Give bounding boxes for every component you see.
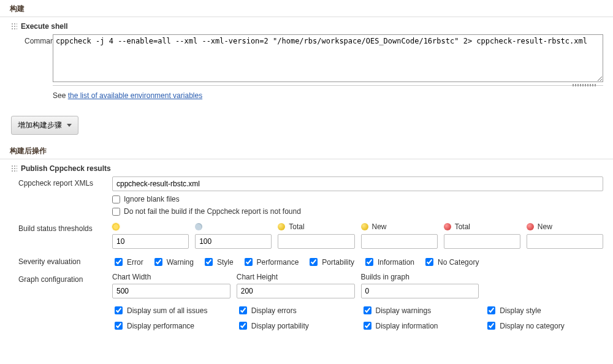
sev-portability-label: Portability <box>322 258 354 267</box>
env-vars-help: See the list of available environment va… <box>53 91 603 100</box>
drag-handle-icon[interactable] <box>11 23 17 30</box>
threshold-total-red-input[interactable] <box>444 234 520 249</box>
sev-nocat-checkbox[interactable] <box>425 258 433 266</box>
sev-error-checkbox[interactable] <box>115 258 123 266</box>
threshold-sunny-input[interactable] <box>112 234 189 249</box>
sev-style-checkbox[interactable] <box>205 258 213 266</box>
threshold-total-yellow-input[interactable] <box>278 234 354 249</box>
sev-portability-checkbox[interactable] <box>310 258 318 266</box>
display-information-label: Display information <box>376 322 438 330</box>
sev-information-checkbox[interactable] <box>365 258 373 266</box>
threshold-cloudy-input[interactable] <box>195 234 272 249</box>
ignore-blank-checkbox[interactable] <box>112 195 120 203</box>
sev-nocat-label: No Category <box>438 258 479 267</box>
red-ball-icon <box>527 223 534 230</box>
display-portability-label: Display portability <box>251 322 309 330</box>
thresholds-label: Build status thresholds <box>11 222 112 233</box>
sunny-icon <box>112 223 120 230</box>
publish-cppcheck-title: Publish Cppcheck results <box>21 164 111 173</box>
sev-performance-label: Performance <box>257 258 299 267</box>
chart-height-input[interactable] <box>237 284 355 298</box>
display-warnings-label: Display warnings <box>376 306 432 315</box>
execute-shell-title: Execute shell <box>21 22 68 31</box>
chevron-down-icon <box>67 124 72 127</box>
chart-height-label: Chart Height <box>237 273 355 281</box>
sev-warning-label: Warning <box>167 258 194 267</box>
sev-information-label: Information <box>378 258 414 267</box>
display-information-checkbox[interactable] <box>364 322 371 330</box>
cloudy-icon <box>195 223 202 230</box>
command-label: Command <box>11 34 53 45</box>
yellow-ball-icon <box>361 223 368 230</box>
xmls-label: Cppcheck report XMLs <box>11 176 112 188</box>
display-sum-checkbox[interactable] <box>115 306 123 314</box>
threshold-new-red-input[interactable] <box>527 234 603 249</box>
add-build-step-button[interactable]: 增加构建步骤 <box>11 116 78 135</box>
publish-cppcheck-header[interactable]: Publish Cppcheck results <box>11 164 613 173</box>
threshold-new-yellow-input[interactable] <box>361 234 438 249</box>
builds-in-graph-label: Builds in graph <box>361 273 479 281</box>
execute-shell-header[interactable]: Execute shell <box>11 22 613 31</box>
do-not-fail-checkbox[interactable] <box>112 208 120 216</box>
build-section-title: 构建 <box>0 0 613 17</box>
display-warnings-checkbox[interactable] <box>364 306 371 314</box>
threshold-new-yellow-label: New <box>372 222 387 231</box>
env-vars-link[interactable]: the list of available environment variab… <box>68 91 202 100</box>
threshold-new-red-label: New <box>538 222 552 231</box>
ignore-blank-label: Ignore blank files <box>124 195 180 203</box>
sev-performance-checkbox[interactable] <box>245 258 253 266</box>
display-nocat-label: Display no category <box>500 322 564 330</box>
resize-handle-icon[interactable] <box>53 85 603 89</box>
execute-shell-block: Execute shell Command See the list of av… <box>0 17 613 100</box>
display-sum-label: Display sum of all issues <box>127 306 207 315</box>
builds-in-graph-input[interactable] <box>361 284 479 298</box>
sev-error-label: Error <box>127 258 143 267</box>
display-errors-checkbox[interactable] <box>239 306 247 314</box>
display-portability-checkbox[interactable] <box>239 322 247 330</box>
chart-width-input[interactable] <box>112 284 230 298</box>
graph-config-label: Graph configuration <box>11 273 112 284</box>
display-performance-checkbox[interactable] <box>115 322 123 330</box>
publish-cppcheck-block: Publish Cppcheck results Cppcheck report… <box>0 159 613 332</box>
display-performance-label: Display performance <box>127 322 194 330</box>
xmls-input[interactable] <box>112 176 603 191</box>
display-style-checkbox[interactable] <box>487 306 495 314</box>
threshold-total-red-label: Total <box>455 222 470 231</box>
post-build-section-title: 构建后操作 <box>0 142 613 159</box>
drag-handle-icon[interactable] <box>11 165 17 172</box>
do-not-fail-label: Do not fail the build if the Cppcheck re… <box>124 207 301 216</box>
sev-style-label: Style <box>217 258 234 267</box>
sev-warning-checkbox[interactable] <box>154 258 162 266</box>
threshold-total-yellow-label: Total <box>289 222 304 231</box>
chart-width-label: Chart Width <box>112 273 230 281</box>
yellow-ball-icon <box>278 223 285 230</box>
display-style-label: Display style <box>500 306 541 315</box>
display-errors-label: Display errors <box>251 306 297 315</box>
severity-label: Severity evaluation <box>11 255 112 266</box>
command-textarea[interactable] <box>53 34 603 82</box>
red-ball-icon <box>444 223 451 230</box>
display-nocat-checkbox[interactable] <box>487 322 495 330</box>
